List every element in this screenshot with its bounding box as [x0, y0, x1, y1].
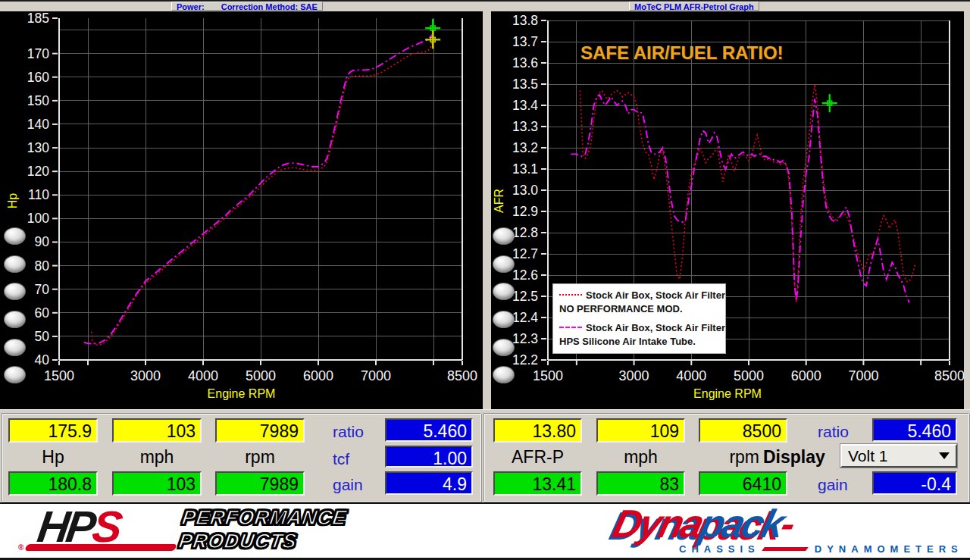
tcf-value: 1.00 [385, 446, 473, 468]
dropdown-arrow-icon [939, 452, 950, 459]
power-run2-mph-readout: 103 [112, 471, 202, 496]
afr-run2-rpm-readout: 6410 [699, 471, 787, 496]
y-tick-label: 160 [27, 70, 49, 85]
x-tick-label: 7000 [848, 368, 878, 383]
y-tick-label: 90 [35, 234, 50, 249]
afr-run1-mph-readout: 109 [596, 418, 685, 443]
legend-entry-hps-line2: HPS Silicone Air Intake Tube. [559, 335, 725, 349]
x-tick-label: 1500 [533, 368, 563, 383]
ratio-label-right: ratio [818, 423, 849, 441]
legend-entry-hps: Stock Air Box, Stock Air Filter [559, 321, 725, 335]
y-tick-label: 70 [35, 282, 50, 297]
y-tick-label: 40 [35, 352, 50, 368]
afr-run1-readout: 13.80 [493, 418, 582, 443]
power-label: Power: [177, 2, 205, 11]
power-run2-rpm-readout: 7989 [215, 471, 305, 496]
y-tick-label: 12.8 [512, 225, 538, 240]
cursor-crosshair[interactable] [822, 94, 837, 112]
y-tick-label: 12.2 [512, 352, 538, 368]
logo-strip: ® HPS PERFORMANCE PRODUCTS Dynapack- CHA… [0, 502, 970, 560]
x-tick-label: 3000 [130, 368, 161, 383]
safe-ratio-annotation: SAFE AIR/FUEL RATIO! [580, 42, 770, 64]
y-tick-label: 12.9 [512, 204, 538, 219]
y-tick-label: 150 [27, 93, 49, 108]
dyno-app-window: Power:Correction Method: SAE MoTeC PLM A… [0, 0, 970, 560]
y-tick-label: 12.3 [512, 331, 538, 346]
chart-side-button-6[interactable] [4, 366, 26, 383]
y-tick-label: 13.1 [512, 161, 538, 177]
y-tick-label: 80 [35, 258, 50, 274]
chart-side-button-11[interactable] [493, 339, 515, 356]
hps-registered-mark: ® [18, 543, 23, 552]
afr-title-cell: MoTeC PLM AFR-Petrol Graph [629, 2, 759, 11]
y-tick-label: 13.4 [512, 98, 538, 113]
hps-tagline-line2: PRODUCTS [177, 530, 345, 553]
gridlines [59, 18, 462, 360]
x-tick-label: 8500 [447, 368, 477, 383]
rpm-column-label-right: rpm [715, 447, 759, 468]
y-tick-label: 12.7 [512, 246, 538, 261]
afr-readout-group: 13.80 109 8500 ratio 5.460 AFR-P mph rpm… [483, 413, 969, 502]
chart-side-button-10[interactable] [493, 311, 515, 328]
power-run1-mph-readout: 103 [112, 418, 202, 443]
y-tick-label: 12.6 [512, 267, 538, 283]
y-tick-label: 120 [27, 164, 49, 179]
dynapack-dynamometers-text: DYNAMOMETERS [815, 543, 963, 555]
readout-panel: 175.9 103 7989 ratio 5.460 Hp mph rpm tc… [0, 409, 970, 502]
x-tick-label: 4000 [676, 368, 706, 383]
chart-side-button-1[interactable] [4, 227, 26, 245]
power-chart-panel: 1851701601501401301201101009080706050401… [0, 11, 483, 409]
y-tick-label: 13.5 [512, 77, 538, 92]
y-tick-label: 13.3 [512, 119, 538, 134]
afr-chart-panel: 13.813.713.613.513.413.313.213.113.012.9… [491, 11, 964, 409]
chart-side-button-4[interactable] [4, 311, 26, 328]
ratio-label-left: ratio [333, 423, 364, 441]
afr-run2-readout: 13.41 [493, 471, 582, 496]
hps-tagline: PERFORMANCE PRODUCTS [177, 506, 349, 553]
y-tick-label: 130 [27, 140, 49, 155]
chart-side-button-8[interactable] [493, 255, 515, 273]
chart-side-button-12[interactable] [493, 366, 515, 383]
series-legend: Stock Air Box, Stock Air Filter NO PERFO… [552, 283, 726, 354]
y-tick-label: 170 [27, 46, 49, 61]
chart-side-button-7[interactable] [493, 227, 515, 245]
x-tick-label: 5000 [246, 368, 276, 383]
display-channel-dropdown[interactable]: Volt 1 [840, 444, 957, 468]
power-run1-rpm-readout: 7989 [215, 418, 305, 443]
y-tick-label: 12.5 [512, 289, 538, 304]
chart-side-button-9[interactable] [493, 283, 515, 300]
x-tick-label: 5000 [734, 368, 764, 383]
hps-tagline-line1: PERFORMANCE [180, 506, 348, 530]
chart-side-button-2[interactable] [4, 255, 26, 273]
chart-side-button-5[interactable] [4, 339, 26, 356]
dynapack-swoosh [762, 547, 809, 551]
dynapack-wordmark: Dynapack- [609, 501, 799, 546]
gain-value-left: 4.9 [385, 471, 473, 495]
stock-series-swatch [559, 294, 582, 296]
chart-side-button-3[interactable] [4, 283, 26, 300]
y-tick-label: 110 [28, 187, 49, 202]
x-tick-label: 6000 [303, 368, 333, 383]
power-chart-plot: 1851701601501401301201101009080706050401… [0, 11, 483, 409]
power-y-axis-title: Hp [6, 178, 21, 224]
legend-entry-stock: Stock Air Box, Stock Air Filter [559, 289, 725, 302]
x-tick-label: 4000 [188, 368, 218, 383]
y-tick-label: 60 [35, 305, 50, 321]
gain-label-left: gain [333, 476, 363, 494]
correction-method-label: Correction Method: SAE [221, 2, 318, 11]
x-tick-label: 3000 [619, 368, 649, 383]
afr-p-column-label: AFR-P [493, 447, 582, 468]
afr-run2-mph-readout: 83 [596, 471, 685, 496]
y-tick-label: 100 [27, 211, 49, 226]
series-hps [571, 95, 909, 302]
x-tick-label: 7000 [361, 368, 391, 383]
rpm-column-label-left: rpm [215, 447, 305, 468]
hp-column-label: Hp [8, 447, 98, 468]
cursor-crosshair[interactable] [425, 30, 440, 48]
mph-column-label-right: mph [596, 447, 685, 468]
afr-graph-title: MoTeC PLM AFR-Petrol Graph [634, 2, 754, 11]
titlebar: Power:Correction Method: SAE MoTeC PLM A… [0, 2, 970, 11]
legend-entry-stock-line2: NO PERFORMANCE MOD. [559, 302, 725, 316]
gain-value-right: -0.4 [872, 471, 957, 495]
hps-wordmark: HPS [35, 502, 123, 551]
